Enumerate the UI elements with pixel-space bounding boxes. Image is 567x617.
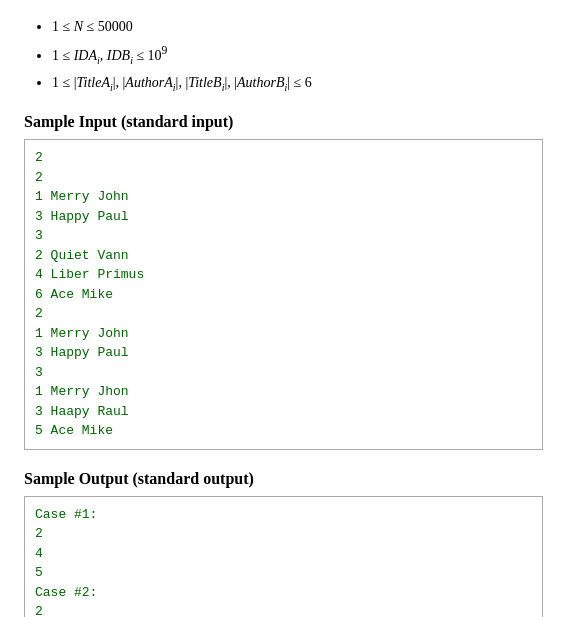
sample-output-section: Sample Output (standard output) Case #1:… bbox=[24, 470, 543, 617]
sample-input-section: Sample Input (standard input) 2 2 1 Merr… bbox=[24, 113, 543, 450]
constraint-len: 1 ≤ |TitleAi|, |AuthorAi|, |TitleBi|, |A… bbox=[52, 72, 543, 95]
constraint-n: 1 ≤ N ≤ 50000 bbox=[52, 16, 543, 37]
constraints-list: 1 ≤ N ≤ 50000 1 ≤ IDAi, IDBi ≤ 109 1 ≤ |… bbox=[24, 16, 543, 95]
sample-input-title: Sample Input (standard input) bbox=[24, 113, 543, 131]
sample-output-box: Case #1: 2 4 5 Case #2: 2 3 5 bbox=[24, 496, 543, 617]
constraint-id: 1 ≤ IDAi, IDBi ≤ 109 bbox=[52, 42, 543, 67]
sample-output-title: Sample Output (standard output) bbox=[24, 470, 543, 488]
sample-input-box: 2 2 1 Merry John 3 Happy Paul 3 2 Quiet … bbox=[24, 139, 543, 450]
